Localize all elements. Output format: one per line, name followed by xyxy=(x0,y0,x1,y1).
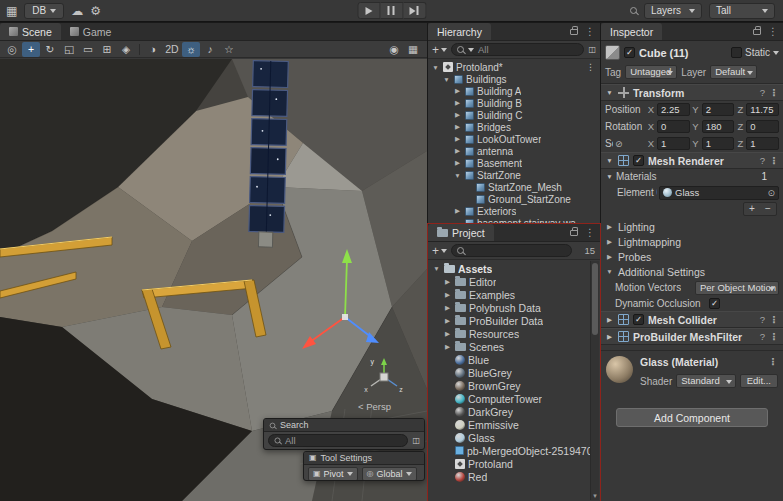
custom-tool[interactable]: ◈ xyxy=(117,42,135,57)
project-item[interactable]: Protoland xyxy=(428,457,600,470)
expander-icon[interactable]: ▶ xyxy=(453,159,462,167)
z-field[interactable]: 1 xyxy=(746,137,779,150)
hierarchy-search-input[interactable]: All xyxy=(451,43,584,56)
hierarchy-item[interactable]: basement stairway wa xyxy=(428,217,600,223)
rect-tool[interactable]: ▭ xyxy=(79,42,97,57)
materials-count[interactable]: 1 xyxy=(761,171,779,182)
scroll-down-icon[interactable]: ▾ xyxy=(591,492,599,500)
y-field[interactable]: 180 xyxy=(702,120,735,133)
project-item[interactable]: ▼ Assets xyxy=(428,262,600,275)
material-object-field[interactable]: Glass ⊙ xyxy=(659,186,779,200)
layout-dropdown[interactable]: Tall xyxy=(709,3,775,19)
transform-tool[interactable]: ⊞ xyxy=(98,42,116,57)
transform-header[interactable]: ▼ Transform ? ⋮ xyxy=(601,84,783,101)
project-scrollbar[interactable]: ▾ xyxy=(590,261,599,500)
expander-icon[interactable]: ▶ xyxy=(443,291,452,299)
tab-hierarchy[interactable]: Hierarchy xyxy=(428,23,491,40)
x-field[interactable]: 2.25 xyxy=(657,103,690,116)
expander-icon[interactable]: ▶ xyxy=(453,207,462,215)
hierarchy-item[interactable]: ▼ Protoland* ⋮ xyxy=(428,61,600,73)
y-field[interactable]: 2 xyxy=(702,103,735,116)
additional-settings-foldout[interactable]: ▼Additional Settings xyxy=(601,264,783,279)
version-control-dropdown[interactable]: DB xyxy=(24,3,64,19)
rotate-tool[interactable]: ↻ xyxy=(41,42,59,57)
component-menu-icon[interactable]: ⋮ xyxy=(769,315,779,325)
scene-view-tab[interactable]: Scene xyxy=(0,23,61,40)
expander-icon[interactable]: ▶ xyxy=(443,343,452,351)
foldout-row[interactable]: ▶Lightmapping xyxy=(601,234,783,249)
hierarchy-item[interactable]: ▶ Bridges xyxy=(428,121,600,133)
project-item[interactable]: Glass xyxy=(428,431,600,444)
help-icon[interactable]: ? xyxy=(760,314,765,325)
expander-icon[interactable]: ▶ xyxy=(453,99,462,107)
hierarchy-item[interactable]: ▶ Building B xyxy=(428,97,600,109)
component-menu-icon[interactable]: ⋮ xyxy=(769,332,779,342)
move-tool[interactable]: + xyxy=(22,42,40,57)
effects-toggle[interactable]: ☆ xyxy=(220,42,238,57)
project-item[interactable]: Emmissive xyxy=(428,418,600,431)
expander-icon[interactable]: ▶ xyxy=(453,123,462,131)
hierarchy-item[interactable]: ▼ Buildings xyxy=(428,73,600,85)
audio-toggle[interactable]: ♪ xyxy=(201,42,219,57)
scale-tool[interactable]: ◱ xyxy=(60,42,78,57)
expander-icon[interactable]: ▶ xyxy=(443,330,452,338)
x-field[interactable]: 0 xyxy=(657,120,690,133)
shading-toggle[interactable]: ◑ xyxy=(144,42,162,57)
scene-view-tab[interactable]: Game xyxy=(61,23,121,40)
foldout-row[interactable]: ▶Probes xyxy=(601,249,783,264)
tab-inspector[interactable]: Inspector xyxy=(601,23,662,40)
panel-menu-icon[interactable]: ⋮ xyxy=(768,27,778,37)
grid-visibility-toggle[interactable]: ▦ xyxy=(404,42,422,57)
help-icon[interactable]: ? xyxy=(760,155,765,166)
cloud-icon[interactable]: ☁ xyxy=(71,5,83,17)
project-item[interactable]: Blue xyxy=(428,353,600,366)
mesh-collider-header[interactable]: ▶ ✓ Mesh Collider ? ⋮ xyxy=(601,311,783,328)
expander-icon[interactable]: ▶ xyxy=(453,135,462,143)
search-overlay-header[interactable]: Search xyxy=(264,419,424,432)
project-item[interactable]: Red xyxy=(428,470,600,483)
tag-dropdown[interactable]: Untagged xyxy=(625,65,677,79)
expander-icon[interactable]: ▼ xyxy=(442,76,451,83)
edit-shader-button[interactable]: Edit... xyxy=(740,374,778,388)
tool-settings-header[interactable]: ▣ Tool Settings xyxy=(304,452,424,465)
perspective-label[interactable]: < Persp xyxy=(358,401,391,412)
x-field[interactable]: 1 xyxy=(657,137,690,150)
view-tool[interactable]: ◎ xyxy=(3,42,21,57)
hierarchy-item[interactable]: ▶ Building C xyxy=(428,109,600,121)
pause-button[interactable] xyxy=(380,2,403,19)
component-menu-icon[interactable]: ⋮ xyxy=(769,156,779,166)
remove-element-button[interactable]: − xyxy=(760,203,776,215)
project-item[interactable]: ComputerTower xyxy=(428,392,600,405)
project-item[interactable]: ▶ ProBuilder Data xyxy=(428,314,600,327)
lock-icon[interactable] xyxy=(570,29,578,35)
expander-icon[interactable]: ▶ xyxy=(443,278,452,286)
z-field[interactable]: 11.75 xyxy=(746,103,779,116)
static-toggle[interactable]: Static xyxy=(731,47,779,58)
help-icon[interactable]: ? xyxy=(760,331,765,342)
hierarchy-item[interactable]: ▶ Basement xyxy=(428,157,600,169)
material-preview-sphere[interactable] xyxy=(606,356,633,383)
help-icon[interactable]: ? xyxy=(760,87,765,98)
visibility-toggle[interactable]: ◉ xyxy=(385,42,403,57)
add-element-button[interactable]: + xyxy=(744,203,760,215)
apps-grid-icon[interactable]: ▦ xyxy=(6,5,17,17)
material-menu-icon[interactable]: ⋮ xyxy=(768,357,778,367)
item-menu-icon[interactable]: ⋮ xyxy=(586,62,598,72)
object-name[interactable]: Cube (11) xyxy=(639,47,727,59)
project-item[interactable]: BlueGrey xyxy=(428,366,600,379)
project-item[interactable]: ▶ Editor xyxy=(428,275,600,288)
z-field[interactable]: 0 xyxy=(746,120,779,133)
lock-icon[interactable] xyxy=(570,230,578,236)
hierarchy-item[interactable]: ▶ Exteriors xyxy=(428,205,600,217)
expander-icon[interactable]: ▶ xyxy=(453,87,462,95)
expander-icon[interactable]: ▶ xyxy=(453,147,462,155)
object-picker-icon[interactable]: ⊙ xyxy=(767,188,775,198)
foldout-row[interactable]: ▶Lighting xyxy=(601,219,783,234)
project-search-input[interactable] xyxy=(451,244,572,257)
panel-menu-icon[interactable]: ⋮ xyxy=(585,228,595,238)
step-button[interactable] xyxy=(403,2,426,19)
hierarchy-item[interactable]: ▶ LookOutTower xyxy=(428,133,600,145)
hierarchy-item[interactable]: ▼ StartZone xyxy=(428,169,600,181)
global-dropdown[interactable]: ◎ Global xyxy=(362,467,417,481)
hierarchy-item[interactable]: StartZone_Mesh xyxy=(428,181,600,193)
